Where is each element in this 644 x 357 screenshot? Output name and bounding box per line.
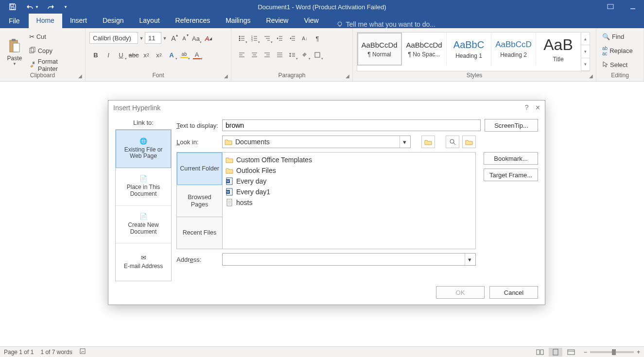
target-frame-button[interactable]: Target Frame... — [484, 169, 538, 181]
list-item[interactable]: hosts — [226, 197, 472, 208]
tab-insert[interactable]: Insert — [62, 14, 95, 28]
select-button[interactable]: Select▾ — [600, 60, 644, 70]
show-marks-icon[interactable]: ¶ — [311, 32, 324, 45]
tab-references[interactable]: References — [168, 14, 218, 28]
italic-icon[interactable]: I — [102, 49, 115, 61]
font-size-combo[interactable]: 11 — [145, 32, 161, 44]
multilevel-icon[interactable]: ▾ — [261, 32, 273, 45]
bookmark-button[interactable]: Bookmark... — [484, 152, 538, 165]
styles-scroll[interactable]: ▴▾▾ — [581, 33, 590, 71]
browse-web-icon[interactable] — [446, 136, 459, 148]
font-color-icon[interactable]: A▾ — [191, 49, 203, 61]
browse-tab-current-folder[interactable]: Current Folder — [177, 153, 222, 185]
page-status[interactable]: Page 1 of 1 — [4, 349, 34, 356]
underline-icon[interactable]: U▾ — [115, 49, 127, 61]
qat-customize-icon[interactable]: ▼ — [62, 1, 69, 13]
tell-me-search[interactable]: Tell me what you want to do... — [327, 20, 435, 28]
line-spacing-icon[interactable]: ▾ — [286, 49, 298, 61]
highlight-icon[interactable]: ab▾ — [178, 49, 191, 61]
browse-file-icon[interactable] — [462, 136, 476, 148]
link-to-email[interactable]: ✉E-mail Address — [116, 243, 171, 281]
grow-font-icon[interactable]: A▴ — [168, 32, 179, 45]
print-layout-icon[interactable] — [549, 348, 562, 357]
text-to-display-input[interactable] — [222, 119, 481, 131]
tab-file[interactable]: File — [0, 14, 29, 28]
font-name-combo[interactable]: Calibri (Body) — [89, 32, 138, 44]
proofing-icon[interactable] — [79, 348, 87, 356]
bullets-icon[interactable]: ▾ — [235, 32, 248, 45]
style-title[interactable]: AaBTitle — [536, 33, 581, 66]
chevron-down-icon[interactable]: ▼ — [138, 32, 145, 45]
align-center-icon[interactable] — [248, 49, 261, 61]
replace-button[interactable]: abacReplace — [600, 46, 644, 56]
format-painter-button[interactable]: Format Painter — [27, 60, 81, 70]
link-to-existing-file[interactable]: 🌐Existing File or Web Page — [116, 130, 171, 168]
read-mode-icon[interactable] — [533, 348, 547, 357]
clear-formatting-icon[interactable]: A◢ — [202, 32, 215, 45]
bold-icon[interactable]: B — [89, 49, 102, 61]
clipboard-launcher-icon[interactable]: ◢ — [78, 72, 82, 80]
styles-gallery[interactable]: AaBbCcDd¶ Normal AaBbCcDd¶ No Spac... Aa… — [357, 32, 590, 71]
chevron-down-icon[interactable]: ▾ — [400, 136, 409, 148]
ribbon-options-icon[interactable] — [599, 0, 622, 14]
tab-mailings[interactable]: Mailings — [218, 14, 258, 28]
tab-layout[interactable]: Layout — [132, 14, 168, 28]
tab-view[interactable]: View — [296, 14, 326, 28]
strikethrough-icon[interactable]: abc — [127, 49, 140, 61]
chevron-down-icon[interactable]: ▾ — [465, 254, 474, 265]
browse-tab-browsed-pages[interactable]: Browsed Pages — [177, 185, 222, 217]
paste-button[interactable]: Paste ▼ — [4, 30, 25, 71]
close-icon[interactable]: × — [536, 103, 540, 112]
chevron-down-icon[interactable]: ▾ — [581, 45, 590, 58]
change-case-icon[interactable]: Aa▾ — [190, 32, 202, 45]
paragraph-launcher-icon[interactable]: ◢ — [346, 72, 349, 80]
link-to-place-in-doc[interactable]: 📄Place in This Document — [116, 168, 171, 206]
find-button[interactable]: 🔍Find▾ — [600, 32, 644, 42]
zoom-out-icon[interactable]: − — [584, 349, 587, 356]
list-item[interactable]: Custom Office Templates — [226, 154, 472, 165]
align-left-icon[interactable] — [235, 49, 248, 61]
increase-indent-icon[interactable] — [286, 32, 298, 45]
style-heading2[interactable]: AaBbCcDHeading 2 — [491, 33, 536, 66]
dialog-titlebar[interactable]: Insert Hyperlink ? × — [108, 101, 545, 115]
styles-launcher-icon[interactable]: ◢ — [589, 72, 593, 80]
shrink-font-icon[interactable]: A▾ — [179, 32, 190, 45]
font-launcher-icon[interactable]: ◢ — [224, 72, 228, 80]
superscript-icon[interactable]: x2 — [153, 49, 165, 61]
list-item[interactable]: WEvery day — [226, 176, 472, 187]
numbering-icon[interactable]: 123▾ — [248, 32, 261, 45]
redo-icon[interactable] — [43, 1, 60, 13]
word-count[interactable]: 1 of 7 words — [40, 349, 72, 356]
style-normal[interactable]: AaBbCcDd¶ Normal — [357, 33, 402, 66]
save-icon[interactable] — [4, 1, 21, 13]
look-in-combo[interactable]: Documents ▾ — [222, 136, 411, 148]
help-icon[interactable]: ? — [525, 103, 529, 112]
justify-icon[interactable] — [273, 49, 286, 61]
address-combo[interactable]: ▾ — [222, 253, 476, 266]
up-folder-icon[interactable] — [421, 136, 435, 148]
web-layout-icon[interactable] — [564, 348, 578, 357]
style-heading1[interactable]: AaBbCHeading 1 — [447, 33, 491, 66]
link-to-create-new[interactable]: 📄Create New Document — [116, 206, 171, 244]
chevron-up-icon[interactable]: ▴ — [581, 33, 590, 45]
sort-icon[interactable]: A↓ — [298, 32, 311, 45]
cut-button[interactable]: ✂Cut — [27, 32, 81, 42]
text-effects-icon[interactable]: A▾ — [165, 49, 178, 61]
tab-review[interactable]: Review — [259, 14, 296, 28]
tab-design[interactable]: Design — [95, 14, 132, 28]
browse-tab-recent-files[interactable]: Recent Files — [177, 217, 222, 249]
decrease-indent-icon[interactable] — [273, 32, 286, 45]
align-right-icon[interactable] — [261, 49, 273, 61]
tab-home[interactable]: Home — [29, 14, 62, 28]
cancel-button[interactable]: Cancel — [489, 286, 538, 299]
list-item[interactable]: Outlook Files — [226, 165, 472, 176]
chevron-down-icon[interactable]: ▼ — [161, 32, 168, 45]
file-list[interactable]: Custom Office Templates Outlook Files WE… — [223, 153, 475, 249]
expand-icon[interactable]: ▾ — [581, 58, 590, 71]
shading-icon[interactable]: ▾ — [298, 49, 311, 61]
zoom-slider[interactable] — [590, 351, 634, 353]
subscript-icon[interactable]: x2 — [140, 49, 153, 61]
list-item[interactable]: WEvery day1 — [226, 187, 472, 197]
screentip-button[interactable]: ScreenTip... — [485, 119, 538, 132]
copy-button[interactable]: Copy — [27, 46, 81, 56]
